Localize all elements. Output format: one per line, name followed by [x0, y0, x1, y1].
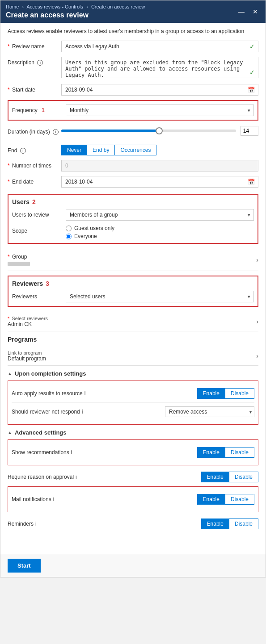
close-button[interactable]: ✕	[250, 7, 260, 16]
calendar-icon[interactable]: 📅	[248, 87, 255, 93]
scope-guest-users-option[interactable]: Guest users only	[66, 225, 254, 231]
show-recommendations-label: Show recommendations i	[12, 449, 197, 456]
show-recommendations-info-icon[interactable]: i	[71, 449, 72, 456]
reminders-buttons: Enable Disable	[201, 519, 258, 529]
duration-slider-thumb[interactable]	[156, 127, 163, 134]
auto-apply-info-icon[interactable]: i	[84, 390, 86, 397]
require-reason-label: Require reason on approval i	[8, 474, 201, 480]
breadcrumb: Home › Access reviews - Controls › Creat…	[6, 4, 145, 9]
show-recommendations-row: Show recommendations i Enable Disable	[12, 443, 254, 461]
mail-notifications-info-icon[interactable]: i	[53, 496, 55, 502]
mail-notifications-enable-button[interactable]: Enable	[197, 494, 225, 505]
end-by-button[interactable]: End by	[87, 145, 114, 155]
breadcrumb-access-reviews[interactable]: Access reviews - Controls	[27, 4, 84, 9]
users-section: Users 2 Users to review Members of a gro…	[8, 194, 258, 244]
start-date-input[interactable]	[61, 84, 258, 96]
auto-apply-enable-button[interactable]: Enable	[197, 388, 225, 399]
duration-slider-container	[61, 126, 236, 135]
require-reason-info-icon[interactable]: i	[76, 474, 77, 480]
require-reason-buttons: Enable Disable	[201, 472, 258, 482]
frequency-section: Frequency 1 Weekly Monthly Quarterly Bi-…	[8, 100, 258, 121]
duration-slider-track	[61, 130, 236, 132]
frequency-select-wrap: Weekly Monthly Quarterly Bi-annually Ann…	[66, 105, 254, 116]
breadcrumb-sep1: ›	[22, 4, 24, 9]
users-to-review-row: Users to review Members of a group Assig…	[12, 209, 254, 221]
select-reviewers-chevron-icon: ›	[256, 318, 258, 325]
review-name-input[interactable]	[61, 41, 258, 52]
minimize-button[interactable]: —	[236, 7, 247, 16]
description-label: Description i	[8, 57, 61, 66]
start-date-label: * Start date	[8, 84, 61, 93]
breadcrumb-sep2: ›	[86, 4, 88, 9]
number-of-times-row: * Number of times	[8, 160, 258, 171]
program-chevron-icon: ›	[256, 352, 258, 360]
reviewer-not-respond-info-icon[interactable]: i	[82, 409, 83, 415]
completion-chevron-icon: ▲	[8, 371, 12, 376]
show-recommendations-buttons: Enable Disable	[197, 447, 254, 458]
window-controls: — ✕	[236, 7, 260, 16]
breadcrumb-home[interactable]: Home	[6, 4, 19, 9]
bottom-divider	[8, 533, 258, 542]
auto-apply-buttons: Enable Disable	[197, 388, 254, 399]
group-value-placeholder	[8, 262, 30, 266]
description-info-icon[interactable]: i	[37, 60, 43, 66]
window-title: Create an access review	[6, 11, 145, 19]
scope-guest-radio[interactable]	[66, 226, 72, 231]
show-recommendations-disable-button[interactable]: Disable	[225, 447, 254, 458]
frequency-select[interactable]: Weekly Monthly Quarterly Bi-annually Ann…	[66, 105, 254, 116]
users-to-review-select-wrap: Members of a group Assigned to an applic…	[66, 209, 254, 221]
title-bar: Home › Access reviews - Controls › Creat…	[0, 0, 266, 23]
duration-info-icon[interactable]: i	[53, 129, 59, 135]
require-reason-enable-button[interactable]: Enable	[201, 472, 229, 482]
programs-title: Programs	[8, 336, 258, 343]
reminders-enable-button[interactable]: Enable	[201, 519, 229, 529]
reviewers-select-row: Reviewers Selected users Members (self r…	[12, 291, 254, 302]
duration-row: Duration (in days) i	[8, 126, 258, 140]
reviewer-not-respond-select[interactable]: Remove access Approve access Take recomm…	[165, 406, 254, 417]
advanced-settings-header[interactable]: ▲ Advanced settings	[8, 429, 258, 436]
reminders-info-icon[interactable]: i	[35, 521, 37, 527]
program-row[interactable]: Link to program Default program ›	[8, 347, 258, 366]
reviewers-select[interactable]: Selected users Members (self review) Man…	[66, 291, 254, 302]
show-recommendations-enable-button[interactable]: Enable	[197, 447, 225, 458]
reminders-disable-button[interactable]: Disable	[229, 519, 258, 529]
content-area: Access reviews enable reviewers to attes…	[0, 23, 266, 554]
end-occurrences-button[interactable]: Occurrences	[114, 145, 156, 155]
end-date-input-wrap: 📅	[61, 176, 258, 188]
mail-notifications-disable-button[interactable]: Disable	[225, 494, 254, 505]
reviewers-section-title: Reviewers	[12, 280, 43, 287]
end-never-button[interactable]: Never	[61, 145, 87, 155]
auto-apply-label: Auto apply results to resource i	[12, 390, 197, 397]
start-button[interactable]: Start	[8, 559, 41, 573]
description-textarea[interactable]: Users in this group are excluded from th…	[61, 57, 258, 78]
scope-everyone-option[interactable]: Everyone	[66, 233, 254, 239]
review-name-row: * Review name ✓	[8, 41, 258, 52]
review-name-label: * Review name	[8, 41, 61, 50]
end-buttons: Never End by Occurrences	[61, 145, 258, 155]
number-of-times-label: * Number of times	[8, 160, 61, 169]
end-label: End i	[8, 145, 61, 154]
frequency-step-number: 1	[42, 107, 45, 113]
completion-settings-header[interactable]: ▲ Upon completion settings	[8, 370, 258, 377]
mail-notifications-row: Mail notifications i Enable Disable	[12, 490, 254, 508]
review-name-check-icon: ✓	[249, 43, 255, 50]
end-row: End i Never End by Occurrences	[8, 145, 258, 155]
select-reviewers-row[interactable]: * Select reviewers Admin CK ›	[8, 312, 258, 331]
group-row[interactable]: * Group ›	[8, 249, 258, 271]
start-bar: Start	[0, 554, 266, 577]
reviewer-not-respond-select-wrap: Remove access Approve access Take recomm…	[165, 406, 254, 417]
end-date-input	[61, 176, 258, 188]
start-date-row: * Start date 📅	[8, 84, 258, 96]
require-reason-disable-button[interactable]: Disable	[229, 472, 258, 482]
end-info-icon[interactable]: i	[20, 148, 26, 154]
auto-apply-disable-button[interactable]: Disable	[225, 388, 254, 399]
completion-inner-bordered: Auto apply results to resource i Enable …	[8, 381, 258, 425]
reviewers-label: Reviewers	[12, 291, 66, 300]
duration-value-input[interactable]	[241, 126, 258, 136]
advanced-chevron-icon: ▲	[8, 430, 12, 435]
show-recommendations-bordered: Show recommendations i Enable Disable	[8, 439, 258, 465]
users-to-review-select[interactable]: Members of a group Assigned to an applic…	[66, 209, 254, 221]
scope-radio-group: Guest users only Everyone	[66, 225, 254, 239]
review-name-input-wrap: ✓	[61, 41, 258, 52]
scope-everyone-radio[interactable]	[66, 234, 72, 239]
